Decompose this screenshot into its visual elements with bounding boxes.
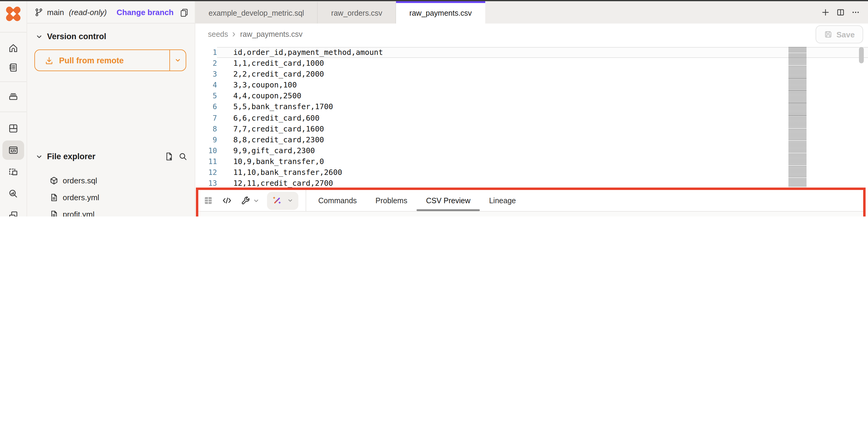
code-text: 7,7,credit_card,1600 [233, 124, 324, 133]
file-name: profit.yml [63, 210, 94, 216]
code-line: 3 2,2,credit_card,2000 [195, 69, 868, 80]
code-line: 5 4,4,coupon,2500 [195, 91, 868, 102]
code-text: id,order_id,payment_method,amount [233, 48, 383, 57]
table-header-row: idorder_idpayment_methodamount [198, 212, 863, 216]
rail-nav-icon[interactable] [2, 87, 24, 106]
editor-tab-bar: example_develop_metric.sql raw_orders.cs… [195, 1, 868, 24]
chevron-down-icon [287, 197, 293, 204]
code-text: 1,1,credit_card,1000 [233, 58, 324, 67]
branch-name: main [47, 7, 64, 17]
line-number: 12 [195, 167, 217, 178]
panel-toolbar: Commands Problems CSV Preview [198, 190, 863, 212]
build-wrench-icon[interactable] [241, 195, 251, 206]
left-icon-rail [0, 1, 27, 216]
change-branch-link[interactable]: Change branch [117, 7, 174, 17]
file-name: orders.sql [63, 176, 97, 185]
save-label: Save [836, 30, 855, 39]
rail-divider [0, 32, 27, 33]
line-number: 7 [195, 113, 217, 123]
csv-preview-table: idorder_idpayment_methodamount 1 1 credi… [198, 212, 863, 216]
rail-nav-icon[interactable] [2, 206, 24, 216]
chevron-down-icon [36, 153, 43, 160]
breadcrumb-folder[interactable]: seeds [208, 30, 228, 38]
file-explorer-header[interactable]: File explorer [27, 152, 195, 161]
code-line: 7 6,6,credit_card,600 [195, 113, 868, 123]
toolbar-divider [306, 190, 306, 211]
file-tree-item[interactable]: orders.sql [33, 172, 190, 188]
new-file-icon[interactable] [164, 152, 174, 161]
code-text: 10,9,bank_transfer,0 [233, 157, 324, 166]
rail-nav-icon[interactable] [2, 162, 24, 181]
branch-bar: main (read-only) Change branch [27, 1, 195, 24]
panel-tab[interactable]: Problems [375, 190, 407, 211]
ai-assist-button[interactable] [267, 192, 299, 209]
more-options-icon[interactable] [851, 8, 860, 17]
code-line: 11 10,9,bank_transfer,0 [195, 156, 868, 167]
code-line: 1 id,order_id,payment_method,amount [195, 47, 868, 58]
rail-divider [0, 81, 27, 82]
line-number: 10 [195, 145, 217, 156]
save-button[interactable]: Save [815, 25, 863, 44]
download-icon [44, 56, 54, 65]
main-area: example_develop_metric.sql raw_orders.cs… [195, 1, 868, 216]
code-editor[interactable]: 1 id,order_id,payment_method,amount 2 1,… [195, 45, 868, 187]
line-number: 4 [195, 80, 217, 91]
rail-nav-icon[interactable] [2, 184, 24, 203]
version-control-title: Version control [47, 32, 106, 41]
results-table-icon[interactable] [203, 195, 213, 206]
rail-nav-icon[interactable] [2, 58, 24, 77]
line-number: 1 [195, 47, 217, 58]
line-number: 11 [195, 156, 217, 167]
code-text: 5,5,bank_transfer,1700 [233, 102, 333, 111]
dbt-logo-icon[interactable] [2, 4, 24, 24]
file-explorer-title: File explorer [47, 152, 96, 161]
search-icon[interactable] [179, 152, 187, 161]
pull-options-caret[interactable] [169, 50, 186, 70]
line-number: 13 [195, 178, 217, 187]
file-tree-item[interactable]: orders.yml [33, 190, 190, 205]
code-text: 11,10,bank_transfer,2600 [233, 168, 342, 177]
rail-nav-icon[interactable] [2, 38, 24, 58]
code-line: 9 8,8,credit_card,2300 [195, 135, 868, 145]
chevron-down-icon[interactable] [253, 197, 260, 204]
rail-nav-icon[interactable] [2, 141, 24, 160]
pull-button-label: Pull from remote [59, 56, 124, 65]
editor-tab[interactable]: raw_payments.csv [396, 1, 485, 24]
line-number: 5 [195, 91, 217, 102]
branch-mode: (read-only) [69, 7, 107, 17]
editor-tab[interactable]: example_develop_metric.sql [195, 1, 318, 24]
split-editor-icon[interactable] [836, 8, 845, 17]
panel-tab-label: Problems [375, 196, 407, 205]
tab-label: example_develop_metric.sql [209, 9, 304, 18]
code-line: 4 3,3,coupon,100 [195, 80, 868, 91]
rail-nav-icon[interactable] [2, 119, 24, 138]
code-text: 6,6,credit_card,600 [233, 113, 319, 122]
new-tab-icon[interactable] [821, 8, 830, 17]
file-name: orders.yml [63, 193, 99, 202]
breadcrumb-file: raw_payments.csv [240, 30, 303, 38]
editor-scrollbar[interactable] [859, 47, 864, 63]
code-text: 12,11,credit_card,2700 [233, 178, 333, 187]
code-line: 12 11,10,bank_transfer,2600 [195, 167, 868, 178]
rail-divider [0, 112, 27, 112]
bottom-panel-annotated: Commands Problems CSV Preview [196, 187, 866, 216]
panel-tab[interactable]: Lineage [489, 190, 516, 211]
tab-label: raw_payments.csv [409, 9, 472, 18]
tab-label: raw_orders.csv [331, 9, 382, 18]
breadcrumb: seeds raw_payments.csv [208, 30, 303, 38]
magic-wand-icon [272, 195, 282, 206]
line-number: 2 [195, 58, 217, 69]
copy-icon[interactable] [180, 7, 189, 17]
editor-tab[interactable]: raw_orders.csv [318, 1, 396, 24]
code-line: 6 5,5,bank_transfer,1700 [195, 102, 868, 113]
minimap[interactable] [788, 47, 807, 187]
code-view-icon[interactable] [222, 195, 232, 206]
line-number: 6 [195, 102, 217, 113]
pull-from-remote-button[interactable]: Pull from remote [34, 50, 186, 71]
file-tree-item[interactable]: profit.yml [33, 206, 190, 216]
panel-tab-label: Lineage [489, 196, 516, 205]
panel-tab[interactable]: CSV Preview [426, 190, 470, 211]
version-control-header[interactable]: Version control [27, 32, 195, 41]
panel-tab-label: CSV Preview [426, 196, 470, 205]
panel-tab[interactable]: Commands [318, 190, 357, 211]
